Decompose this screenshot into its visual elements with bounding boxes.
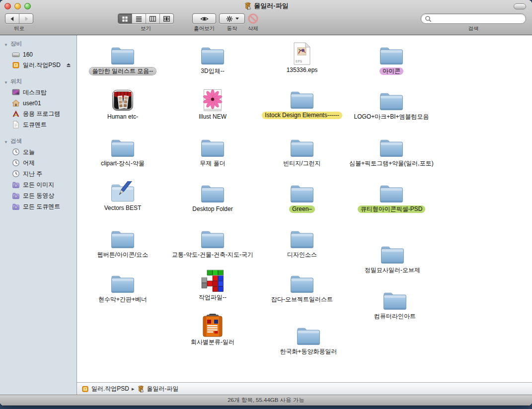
- file-item[interactable]: 빈티지/그런지: [256, 135, 348, 167]
- icon-view-button[interactable]: [118, 14, 132, 23]
- file-item[interactable]: 작업파일--: [166, 269, 259, 301]
- file-label: 3D입체--: [198, 68, 227, 75]
- file-item[interactable]: 무제 폴더: [166, 135, 259, 167]
- file-item[interactable]: Istock Design Elements------: [256, 87, 348, 119]
- file-item[interactable]: 디자인소스: [256, 226, 348, 259]
- folder-icon: [76, 226, 169, 250]
- sidebar-item-applications[interactable]: 응용 프로그램: [0, 108, 76, 119]
- file-item[interactable]: Human etc-: [76, 88, 169, 121]
- file-label: 작업파일--: [196, 294, 229, 301]
- smart-folder-icon: [12, 203, 20, 210]
- folder-icon: [76, 43, 169, 66]
- back-button[interactable]: [5, 14, 19, 23]
- file-item[interactable]: 한국화+동양화풍일러: [262, 323, 355, 355]
- file-item[interactable]: Desktop Folder: [166, 181, 259, 213]
- eye-icon: [200, 15, 209, 22]
- file-item[interactable]: 3D입체--: [166, 43, 259, 75]
- file-item[interactable]: 135336.eps: [256, 42, 348, 74]
- file-label: 심볼+픽토그램+약물(일러,포토): [346, 160, 436, 167]
- file-item[interactable]: 심볼+픽토그램+약물(일러,포토): [345, 135, 438, 167]
- folder-icon: [166, 226, 259, 250]
- sidebar-item-160[interactable]: 160: [0, 49, 76, 60]
- sidebar-section-devices[interactable]: 장비: [0, 39, 76, 49]
- delete-group: 삭제: [247, 13, 259, 32]
- back-label: 뒤로: [14, 25, 24, 32]
- file-item[interactable]: LOGO+마크+BI+엠블럼모음: [345, 88, 438, 121]
- path-segment-current-folder[interactable]: 올일러-파일: [137, 385, 179, 393]
- file-item[interactable]: Vectors BEST: [76, 180, 169, 212]
- path-bar: 일러.작업PSD 올일러-파일: [77, 382, 532, 395]
- minimize-button[interactable]: [14, 3, 21, 9]
- pen-folder-icon: [76, 180, 169, 203]
- list-view-button[interactable]: [132, 14, 146, 23]
- folder-icon: [256, 271, 348, 294]
- file-item[interactable]: Green–: [256, 181, 348, 213]
- view-switcher-group: 보기: [118, 13, 174, 32]
- path-segment-volume[interactable]: 일러.작업PSD: [81, 385, 129, 393]
- disclosure-triangle-icon: [4, 79, 8, 85]
- file-item[interactable]: 정밀묘사일러-오브제: [346, 242, 439, 274]
- file-item[interactable]: 교통-약도-건물-건축-지도-국기: [166, 226, 259, 259]
- file-item[interactable]: 회사별분류-일러: [166, 313, 259, 346]
- zoom-button[interactable]: [24, 3, 31, 9]
- file-label: clipart-장식-약물: [98, 160, 148, 167]
- prohibition-icon: [247, 13, 259, 24]
- orange-disk-icon: [81, 385, 89, 393]
- icon-grid[interactable]: 쓸만한 일러스트 모음-- 3D입체-- 135336.eps 아이콘 Huma…: [77, 35, 532, 395]
- sidebar: 장비 160 일러.작업PSD 위치: [0, 35, 77, 395]
- action-button[interactable]: [220, 14, 244, 23]
- column-view-icon: [149, 15, 156, 22]
- open-box-folder-icon[interactable]: [243, 2, 251, 10]
- sidebar-item-desktop[interactable]: 데스크탑: [0, 87, 76, 98]
- file-item[interactable]: 잡다-오브젝트일러스트: [256, 271, 348, 303]
- delete-button[interactable]: [247, 13, 259, 24]
- folder-icon: [256, 181, 348, 204]
- sidebar-section-search[interactable]: 검색: [0, 136, 76, 146]
- finder-window: 올일러-파일 뒤로: [0, 0, 532, 406]
- folder-icon: [262, 323, 355, 346]
- close-button[interactable]: [4, 3, 11, 9]
- file-label: 잡다-오브젝트일러스트: [268, 296, 336, 303]
- sidebar-item-past-week[interactable]: 지난 주: [0, 168, 76, 179]
- sidebar-item-today[interactable]: 오늘: [0, 146, 76, 157]
- sidebar-item-all-movies[interactable]: 모든 동영상: [0, 190, 76, 201]
- sidebar-item-yesterday[interactable]: 어제: [0, 157, 76, 168]
- file-item[interactable]: 현수막+간판+베너: [76, 271, 169, 303]
- coverflow-view-button[interactable]: [159, 14, 173, 23]
- toolbar-toggle-pill-button[interactable]: [514, 3, 526, 9]
- sidebar-item-work-psd-disk[interactable]: 일러.작업PSD: [0, 60, 76, 70]
- search-input[interactable]: [434, 15, 522, 23]
- sidebar-item-home[interactable]: user01: [0, 98, 76, 108]
- column-view-button[interactable]: [146, 14, 159, 23]
- file-item[interactable]: Illust NEW: [166, 88, 259, 121]
- sidebar-item-all-images[interactable]: 모든 이미지: [0, 179, 76, 190]
- sidebar-section-places[interactable]: 위치: [0, 76, 76, 87]
- folder-icon: [76, 271, 169, 294]
- sidebar-item-all-documents[interactable]: 모든 도큐멘트: [0, 201, 76, 212]
- file-label: 아이콘: [380, 68, 403, 75]
- file-item[interactable]: 웹버튼/아이콘/요소: [76, 226, 169, 259]
- quicklook-button[interactable]: [193, 14, 216, 23]
- file-label: 무제 폴더: [197, 160, 228, 167]
- coverflow-view-icon: [163, 15, 170, 22]
- list-view-icon: [135, 15, 143, 22]
- titlebar[interactable]: 올일러-파일: [0, 0, 532, 11]
- file-item[interactable]: 아이콘: [345, 43, 438, 75]
- forward-button[interactable]: [19, 14, 33, 23]
- file-item[interactable]: 쓸만한 일러스트 모음--: [76, 43, 169, 75]
- folder-icon: [166, 135, 259, 158]
- file-label: Green–: [289, 205, 315, 213]
- eps-file-icon: [256, 42, 348, 65]
- file-item[interactable]: 컴퓨터라인아트: [349, 288, 441, 320]
- window-title: 올일러-파일: [254, 1, 288, 10]
- file-item[interactable]: 큐티형아이콘픽셀-PSD: [345, 181, 438, 213]
- folder-icon: [256, 87, 348, 110]
- file-item[interactable]: clipart-장식-약물: [76, 135, 169, 167]
- file-label: 현수막+간판+베너: [95, 296, 150, 303]
- orange-disk-icon: [12, 61, 20, 69]
- eject-button[interactable]: [66, 62, 75, 68]
- sidebar-item-documents[interactable]: 도큐멘트: [0, 119, 76, 130]
- quicklook-label: 훑어보기: [194, 25, 215, 32]
- file-label: Desktop Folder: [189, 205, 235, 213]
- path-separator-icon: [132, 385, 135, 392]
